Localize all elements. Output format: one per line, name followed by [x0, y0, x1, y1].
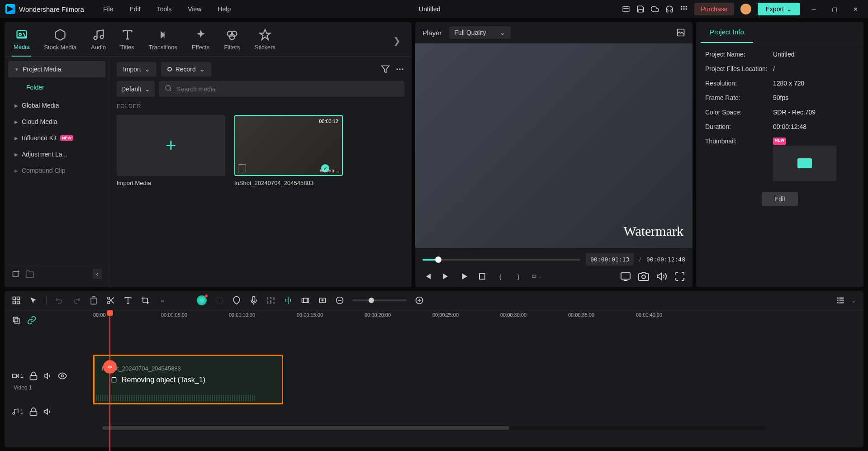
timeline-link-icon[interactable] [12, 316, 21, 325]
delete-button[interactable] [89, 296, 98, 305]
menu-view[interactable]: View [181, 3, 208, 15]
svg-point-23 [402, 68, 403, 70]
sidebar-item-adjustment-layer[interactable]: ▶ Adjustment La... [8, 146, 105, 162]
keyframe-icon[interactable] [284, 296, 293, 305]
tab-transitions[interactable]: Transitions [147, 26, 179, 56]
undo-button[interactable] [55, 296, 64, 305]
export-button[interactable]: Export⌄ [758, 3, 800, 15]
track-lock-icon[interactable] [29, 371, 38, 380]
mark-in-button[interactable]: { [495, 271, 506, 282]
maximize-button[interactable]: ▢ [827, 2, 842, 16]
tab-audio[interactable]: Audio [89, 26, 108, 56]
sidebar-item-project-media[interactable]: ▼ Project Media [8, 61, 105, 77]
tab-stickers[interactable]: Stickers [253, 26, 277, 56]
track-mute-icon[interactable] [43, 407, 52, 416]
menu-edit[interactable]: Edit [123, 3, 147, 15]
search-input[interactable] [176, 85, 399, 93]
next-frame-button[interactable] [441, 271, 451, 282]
cursor-tool-icon[interactable] [29, 296, 38, 305]
plus-icon: + [166, 135, 176, 156]
new-bin-icon[interactable] [12, 270, 21, 279]
more-icon[interactable] [395, 65, 404, 74]
timeline-options-icon[interactable] [12, 296, 21, 305]
close-button[interactable]: ✕ [848, 2, 863, 16]
more-tools-icon[interactable]: » [158, 296, 167, 305]
render-icon[interactable] [301, 296, 310, 305]
project-info-tab[interactable]: Project Info [701, 22, 753, 43]
timeline-magnet-icon[interactable] [27, 316, 36, 325]
minimize-button[interactable]: ─ [806, 2, 821, 16]
playhead[interactable]: ✂ [109, 312, 110, 451]
sidebar-collapse-button[interactable]: ‹ [93, 269, 102, 279]
play-button[interactable] [459, 271, 470, 282]
apps-icon[interactable] [680, 5, 688, 13]
split-button[interactable] [106, 296, 115, 305]
display-settings-icon[interactable] [620, 271, 631, 282]
timeline-ruler[interactable]: ✂ 00:00 00:00:05:00 00:00:10:00 00:00:15… [93, 312, 856, 328]
sidebar-item-global-media[interactable]: ▶ Global Media [8, 97, 105, 114]
track-view-icon[interactable] [836, 296, 845, 305]
text-tool-icon[interactable] [123, 296, 133, 305]
track-lock-icon[interactable] [29, 407, 38, 416]
fullscreen-button[interactable] [674, 271, 685, 282]
sidebar-item-influence-kit[interactable]: ▶ Influence Kit NEW [8, 130, 105, 146]
preview-viewport[interactable]: Watermark [415, 43, 693, 248]
crop-tool-icon[interactable] [141, 296, 150, 305]
timeline-scrollbar[interactable] [102, 426, 766, 430]
cloud-icon[interactable] [651, 5, 659, 13]
sort-dropdown[interactable]: Default ⌄ [117, 81, 155, 97]
record-dropdown[interactable]: Record ⌄ [161, 62, 211, 76]
redo-button[interactable] [72, 296, 81, 305]
audio-mixer-icon[interactable] [266, 296, 275, 305]
tabs-scroll-right[interactable]: ❯ [389, 32, 404, 50]
ai-tools-button[interactable] [197, 295, 207, 305]
chevron-down-icon: ⌄ [199, 66, 205, 73]
quality-dropdown[interactable]: Full Quality ⌄ [449, 26, 511, 39]
zoom-out-button[interactable] [335, 296, 344, 305]
menu-file[interactable]: File [97, 3, 120, 15]
tab-filters[interactable]: Filters [222, 26, 242, 56]
menu-help[interactable]: Help [211, 3, 237, 15]
tab-titles[interactable]: Titles [119, 26, 136, 56]
clip-mode-dropdown[interactable]: ⌄ [531, 271, 542, 282]
snapshot-button[interactable] [638, 271, 649, 282]
timeline-clip[interactable]: InShot_20240704_204545883 Removing objec… [93, 355, 283, 404]
zoom-slider[interactable] [352, 299, 407, 301]
filter-icon[interactable] [381, 65, 390, 74]
edit-button[interactable]: Edit [762, 192, 798, 206]
zoom-in-button[interactable] [415, 296, 424, 305]
purchase-button[interactable]: Purchase [694, 3, 734, 15]
menu-tools[interactable]: Tools [151, 3, 178, 15]
stop-button[interactable] [477, 271, 488, 282]
sidebar-item-compound-clip[interactable]: ▶ Compound Clip [8, 162, 105, 179]
aspect-ratio-icon[interactable] [318, 296, 327, 305]
time-separator: / [639, 256, 641, 263]
voiceover-icon[interactable] [249, 296, 258, 305]
chevron-down-icon[interactable]: ⌄ [851, 297, 856, 304]
user-avatar[interactable] [740, 4, 751, 14]
headphones-icon[interactable] [665, 5, 674, 13]
marker-tool-icon[interactable] [232, 296, 241, 305]
track-visibility-icon[interactable] [58, 371, 67, 380]
sidebar-item-folder[interactable]: Folder [8, 79, 105, 95]
sidebar-item-cloud-media[interactable]: ▶ Cloud Media [8, 114, 105, 130]
speed-tool-icon[interactable] [215, 296, 224, 305]
tab-effects[interactable]: Effects [190, 26, 212, 56]
mark-out-button[interactable]: } [513, 271, 524, 282]
media-clip-card[interactable]: 00:00:12 ✓ Waterm... InShot_20240704_204… [234, 115, 343, 186]
player-scrubber[interactable] [422, 259, 580, 261]
tab-media[interactable]: Media [12, 25, 31, 57]
import-dropdown[interactable]: Import ⌄ [117, 62, 157, 76]
snapshot-gallery-icon[interactable] [676, 28, 685, 37]
thumbnail-edit-box[interactable] [773, 146, 836, 181]
save-icon[interactable] [636, 5, 645, 13]
search-box[interactable] [159, 81, 404, 97]
volume-button[interactable] [656, 271, 667, 282]
prev-frame-button[interactable] [422, 271, 433, 282]
new-folder-icon[interactable] [25, 270, 34, 279]
tab-stock-media[interactable]: Stock Media [42, 26, 78, 56]
import-media-card[interactable]: + Import Media [117, 115, 225, 186]
layout-icon[interactable] [622, 5, 630, 13]
track-mute-icon[interactable] [43, 371, 52, 380]
scissor-icon[interactable]: ✂ [103, 360, 117, 374]
